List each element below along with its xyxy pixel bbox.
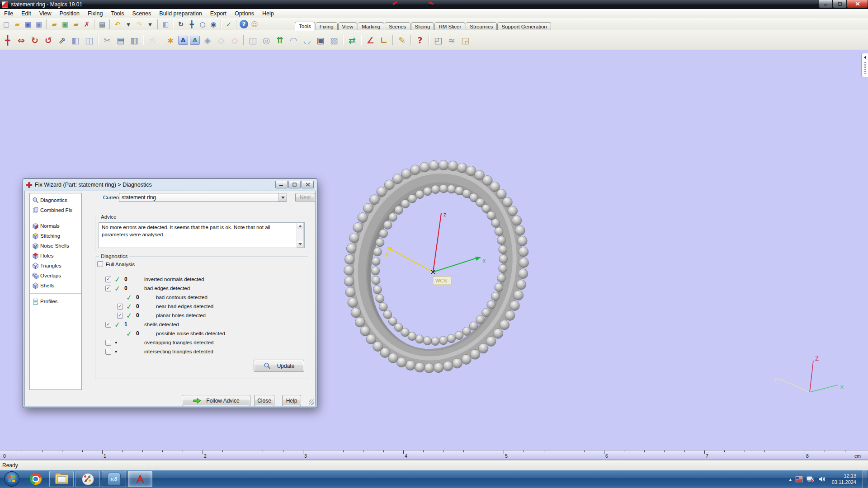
menu-tools[interactable]: Tools <box>107 9 128 18</box>
volume-icon[interactable] <box>818 476 826 483</box>
start-button[interactable] <box>1 470 22 488</box>
menu-view[interactable]: View <box>35 9 56 18</box>
translate-icon[interactable]: ╋ <box>1 33 14 47</box>
full-analysis-checkbox[interactable] <box>97 261 103 267</box>
zoom-box-icon[interactable]: ◉ <box>208 19 219 30</box>
create-part-icon[interactable]: ∗ <box>164 33 177 47</box>
export-part-icon[interactable]: ▰ <box>71 19 81 30</box>
zoom-view-icon[interactable]: ○ <box>197 19 208 30</box>
save-all-icon[interactable]: ▣ <box>33 19 44 30</box>
grab-part-icon[interactable]: ☝ <box>146 33 159 47</box>
merge-parts-icon[interactable]: ◈ <box>201 33 214 47</box>
extrude-icon[interactable]: ⇈ <box>273 33 287 47</box>
sidebar-item-profiles[interactable]: Profiles <box>30 296 81 306</box>
boolean-subtract-icon[interactable]: ◇ <box>228 33 241 47</box>
window-minimize-button[interactable] <box>819 0 833 8</box>
current-part-dropdown[interactable]: statement ring <box>119 193 287 202</box>
undo-icon[interactable]: ↶ <box>112 19 123 30</box>
menu-edit[interactable]: Edit <box>17 9 35 18</box>
default-views-icon[interactable]: ◧ <box>160 19 171 30</box>
next-button[interactable]: Next <box>295 193 315 202</box>
assistant-icon[interactable]: ☺ <box>249 19 260 30</box>
taskbar-chrome-button[interactable] <box>24 471 47 487</box>
dialog-minimize-button[interactable] <box>275 181 288 188</box>
tab-slicing[interactable]: Slicing <box>411 22 434 31</box>
row-enable-checkbox[interactable]: ✓ <box>105 322 111 328</box>
help-button[interactable]: Help <box>282 395 301 406</box>
menu-export[interactable]: Export <box>206 9 231 18</box>
label-part-icon[interactable]: A <box>178 36 188 45</box>
help-icon[interactable]: ? <box>240 20 248 28</box>
row-enable-checkbox[interactable] <box>105 349 111 355</box>
hollow-icon[interactable]: ▣ <box>314 33 327 47</box>
sidebar-item-stitching[interactable]: Stitching <box>30 231 81 241</box>
save-part-icon[interactable]: ▣ <box>60 19 71 30</box>
offset-surface-icon[interactable]: ◠ <box>287 33 300 47</box>
paste-icon[interactable]: ▥ <box>127 33 141 47</box>
scroll-up-icon[interactable] <box>297 223 303 229</box>
redo-icon[interactable]: ↷ <box>134 19 145 30</box>
align-icon[interactable]: ⇄ <box>345 33 359 47</box>
show-desktop-button[interactable] <box>863 470 867 488</box>
undo-menu-icon[interactable]: ▾ <box>123 19 134 30</box>
viewport-side-panel-handle[interactable] <box>861 53 868 77</box>
window-maximize-button[interactable] <box>833 0 847 8</box>
menu-fixing[interactable]: Fixing <box>84 9 107 18</box>
taskbar-clock[interactable]: 12:13 03.11.2024 <box>832 473 856 486</box>
coordinate-system-icon[interactable]: ∟ <box>377 33 391 47</box>
taskbar-v8-button[interactable]: v.8 <box>102 471 126 487</box>
close-button[interactable]: Close <box>254 395 274 406</box>
row-enable-checkbox[interactable]: ✓ <box>117 304 123 310</box>
fix-wizard-icon[interactable]: ✓ <box>223 19 234 30</box>
rotate-view-icon[interactable]: ↻ <box>175 19 186 30</box>
menu-options[interactable]: Options <box>231 9 258 18</box>
taskbar-magics-button[interactable] <box>128 471 152 487</box>
row-enable-checkbox[interactable]: ✓ <box>117 313 123 319</box>
sidebar-item-shells[interactable]: Shells <box>30 281 81 291</box>
boolean-union-icon[interactable]: ◇ <box>214 33 228 47</box>
sidebar-item-noise-shells[interactable]: Noise Shells <box>30 241 81 251</box>
pan-view-icon[interactable]: ╋ <box>186 19 197 30</box>
row-enable-checkbox[interactable]: ✓ <box>105 277 111 282</box>
redo-menu-icon[interactable]: ▾ <box>145 19 156 30</box>
menu-help[interactable]: Help <box>258 9 278 18</box>
edit-triangles-icon[interactable]: ✎ <box>395 33 409 47</box>
save-icon[interactable]: ▣ <box>23 19 33 30</box>
tab-marking[interactable]: Marking <box>358 22 384 31</box>
streamics-icon[interactable]: ≈ <box>445 33 458 47</box>
row-enable-checkbox[interactable] <box>105 340 111 346</box>
follow-advice-button[interactable]: Follow Advice <box>182 395 250 406</box>
tab-view[interactable]: View <box>338 22 358 31</box>
tray-expand-icon[interactable]: ▴ <box>789 477 792 482</box>
update-button[interactable]: Update <box>254 360 304 372</box>
mirror-icon[interactable]: ◧ <box>69 33 82 47</box>
new-document-icon[interactable]: ▢ <box>1 19 12 30</box>
sidebar-item-overlaps[interactable]: Overlaps <box>30 271 81 281</box>
build-processor-icon[interactable]: ◲ <box>458 33 472 47</box>
perforate-icon[interactable]: ▨ <box>327 33 341 47</box>
print-icon[interactable]: ▤ <box>97 19 108 30</box>
interactive-move-icon[interactable]: ⇔ <box>14 33 28 47</box>
smooth-surface-icon[interactable]: ◡ <box>300 33 314 47</box>
measure-icon[interactable]: ∠ <box>363 33 377 47</box>
sidebar-item-triangles[interactable]: Triangles <box>30 261 81 271</box>
sidebar-item-holes[interactable]: Holes <box>30 251 81 261</box>
language-indicator-icon[interactable] <box>795 476 803 483</box>
tab-tools[interactable]: Tools <box>295 22 315 31</box>
part-information-icon[interactable]: ? <box>413 33 427 47</box>
dialog-restore-button[interactable] <box>288 181 301 188</box>
tab-fixing[interactable]: Fixing <box>316 22 338 31</box>
taskbar-explorer-button[interactable] <box>49 471 74 487</box>
window-close-button[interactable] <box>847 0 868 8</box>
menu-scenes[interactable]: Scenes <box>128 9 156 18</box>
network-status-icon[interactable] <box>807 476 815 483</box>
menu-file[interactable]: File <box>0 9 17 18</box>
open-folder-icon[interactable]: ▰ <box>12 19 23 30</box>
duplicate-icon[interactable]: ◫ <box>82 33 96 47</box>
row-enable-checkbox[interactable]: ✓ <box>105 286 111 291</box>
remove-part-icon[interactable]: ✗ <box>81 19 92 30</box>
texture-label-icon[interactable]: A <box>190 36 200 45</box>
dialog-close-button[interactable] <box>302 181 314 188</box>
punch-hole-icon[interactable]: ◎ <box>259 33 273 47</box>
scroll-down-icon[interactable] <box>297 241 303 247</box>
